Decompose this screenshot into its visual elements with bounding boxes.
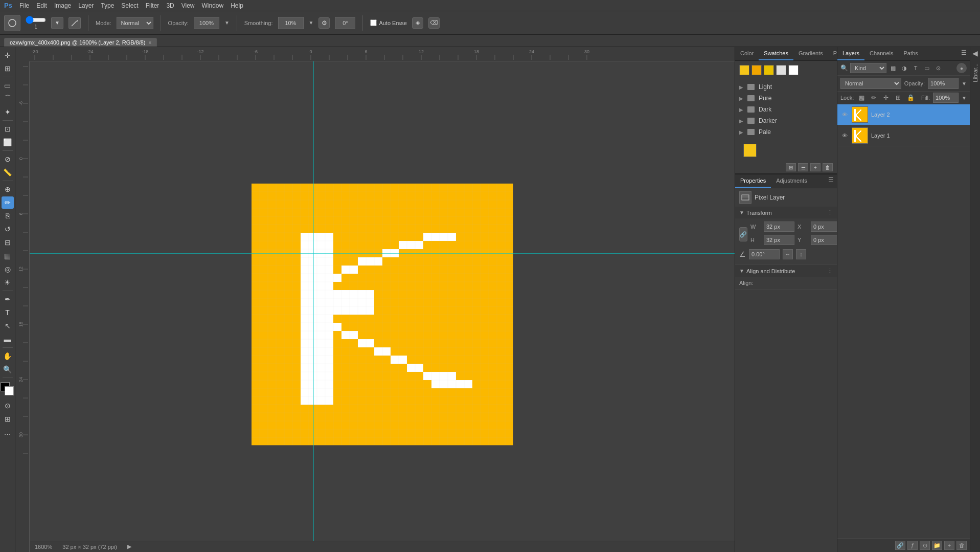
fg-bg-colors[interactable]: [1, 382, 15, 396]
tab-swatches[interactable]: Swatches: [759, 47, 793, 60]
frame-tool[interactable]: ⬜: [2, 136, 14, 148]
swatch-preview-4[interactable]: [776, 65, 786, 75]
swatch-preview-3[interactable]: [764, 65, 774, 75]
link-icon[interactable]: 🔗: [739, 227, 747, 241]
blend-mode-select[interactable]: Normal Dissolve Multiply Screen: [840, 78, 901, 89]
select-rect-tool[interactable]: ▭: [2, 79, 14, 92]
document-tab[interactable]: ozxw/gmx_400x400.png @ 1600% (Layer 2, R…: [4, 38, 157, 47]
swatch-grid-btn[interactable]: ⊞: [786, 163, 796, 171]
menu-image[interactable]: Image: [54, 2, 71, 9]
extras-btn[interactable]: …: [2, 426, 14, 438]
angle-input-prop[interactable]: [749, 249, 780, 259]
brush-size-slider[interactable]: [26, 16, 46, 24]
brush-size-input[interactable]: 1: [26, 16, 46, 30]
filter-smart-icon[interactable]: ⊙: [933, 63, 943, 73]
tab-layers[interactable]: Layers: [837, 47, 864, 60]
tab-patterns[interactable]: Patterns: [828, 47, 837, 60]
zoom-tool[interactable]: 🔍: [2, 363, 14, 376]
filter-type-icon[interactable]: T: [911, 63, 920, 73]
swatch-group-pale[interactable]: ▶ Pale: [735, 126, 837, 138]
opacity-chevron[interactable]: ▼: [224, 20, 230, 26]
screen-mode-btn[interactable]: ⊞: [2, 413, 14, 425]
swatch-delete-btn[interactable]: 🗑: [823, 163, 833, 171]
menu-window[interactable]: Window: [202, 2, 224, 9]
height-input[interactable]: [764, 235, 794, 245]
swatch-preview-2[interactable]: [751, 65, 762, 75]
layer-name-1[interactable]: Layer 1: [871, 133, 967, 139]
artboard-tool[interactable]: ⊞: [2, 62, 14, 75]
angle-input[interactable]: [335, 17, 355, 29]
filter-shape-icon[interactable]: ▭: [922, 63, 931, 73]
fill-chevron-layers[interactable]: ▼: [962, 95, 967, 101]
menu-type[interactable]: Type: [101, 2, 114, 9]
library-tab-vertical[interactable]: Librar...: [972, 61, 978, 84]
delete-layer-btn[interactable]: 🗑: [956, 541, 967, 550]
new-layer-btn[interactable]: +: [944, 541, 954, 550]
align-header[interactable]: ▼ Align and Distribute ⋮: [735, 265, 837, 277]
gradient-tool[interactable]: ▦: [2, 250, 14, 262]
new-group-btn[interactable]: 📁: [932, 541, 942, 550]
layer-item-2[interactable]: 👁 Layer 2: [837, 104, 970, 125]
opacity-input[interactable]: [194, 17, 219, 29]
flip-h-btn[interactable]: ↔: [783, 249, 793, 259]
pixel-canvas[interactable]: [252, 183, 513, 445]
filter-pixel-icon[interactable]: ▩: [888, 63, 898, 73]
align-menu[interactable]: ⋮: [827, 268, 833, 274]
layer-kind-select[interactable]: Kind Name Effect Mode Attribute Color: [850, 63, 886, 73]
filter-adj-icon[interactable]: ◑: [900, 63, 909, 73]
eraser-tool[interactable]: ⊟: [2, 236, 14, 249]
brush-picker-btn[interactable]: ▼: [51, 17, 63, 29]
menu-select[interactable]: Select: [121, 2, 138, 9]
transform-header[interactable]: ▼ Transform ⋮: [735, 207, 837, 218]
text-tool[interactable]: T: [2, 306, 14, 319]
opacity-input-layers[interactable]: [928, 78, 959, 89]
swatch-preview-5[interactable]: [788, 65, 799, 75]
tab-paths[interactable]: Paths: [899, 47, 923, 60]
menu-edit[interactable]: Edit: [36, 2, 47, 9]
menu-view[interactable]: View: [181, 2, 195, 9]
tab-gradients[interactable]: Gradients: [793, 47, 828, 60]
swatch-group-dark[interactable]: ▶ Dark: [735, 104, 837, 115]
layer-visibility-1[interactable]: 👁: [840, 131, 849, 140]
props-menu-btn[interactable]: ☰: [825, 174, 837, 188]
menu-filter[interactable]: Filter: [146, 2, 159, 9]
menu-file[interactable]: File: [19, 2, 29, 9]
pen-tool[interactable]: ✒: [2, 293, 14, 305]
layers-menu-btn[interactable]: ☰: [958, 47, 970, 60]
hand-tool[interactable]: ✋: [2, 350, 14, 362]
tab-properties[interactable]: Properties: [735, 174, 771, 188]
selected-swatch[interactable]: [743, 144, 757, 157]
blur-tool[interactable]: ◎: [2, 263, 14, 275]
lock-all-btn[interactable]: 🔒: [906, 93, 915, 102]
fill-input-layers[interactable]: [933, 93, 959, 103]
lock-pixels-btn[interactable]: ▩: [857, 93, 866, 102]
tab-adjustments[interactable]: Adjustments: [771, 174, 812, 188]
layer-item-1[interactable]: 👁 Layer 1: [837, 125, 970, 146]
lock-position-btn[interactable]: ✛: [881, 93, 891, 102]
settings-icon[interactable]: ⚙: [318, 17, 330, 29]
menu-layer[interactable]: Layer: [78, 2, 94, 9]
shape-tool[interactable]: ▬: [2, 333, 14, 345]
transform-menu[interactable]: ⋮: [827, 209, 833, 216]
add-effect-btn[interactable]: ƒ: [907, 541, 918, 550]
swatch-group-darker[interactable]: ▶ Darker: [735, 115, 837, 126]
history-brush-tool[interactable]: ↺: [2, 223, 14, 235]
mode-select[interactable]: Normal Dissolve Multiply: [117, 17, 153, 29]
ruler-tool[interactable]: 📏: [2, 166, 14, 179]
tool-preset-btn[interactable]: [4, 15, 20, 31]
tab-close-btn[interactable]: ×: [149, 40, 152, 46]
swatch-list-btn[interactable]: ☰: [798, 163, 808, 171]
crop-tool[interactable]: ⊡: [2, 123, 14, 135]
y-input[interactable]: [811, 235, 837, 245]
move-tool[interactable]: ✛: [2, 49, 14, 61]
canvas-area[interactable]: -30-24-18-12-606121824303642485460 -6061…: [15, 47, 735, 552]
opacity-chevron-layers[interactable]: ▼: [962, 81, 967, 86]
pressure-icon[interactable]: ◈: [412, 17, 423, 29]
path-select-tool[interactable]: ↖: [2, 320, 14, 332]
swatch-group-light[interactable]: ▶ Light: [735, 81, 837, 93]
smoothing-input[interactable]: [278, 17, 304, 29]
background-color[interactable]: [5, 386, 14, 395]
collapse-toggle[interactable]: ◀: [972, 49, 978, 57]
lasso-tool[interactable]: ⌒: [2, 93, 14, 105]
tab-channels[interactable]: Channels: [864, 47, 898, 60]
